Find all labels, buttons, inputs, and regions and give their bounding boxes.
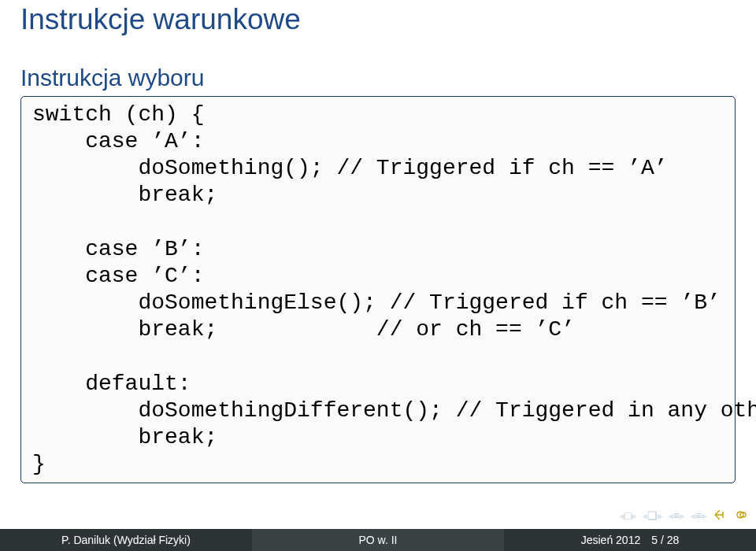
- nav-section-icon: □: [624, 509, 631, 522]
- nav-prev-section-icon[interactable]: ◂: [619, 509, 624, 522]
- nav-back-icon[interactable]: [712, 507, 728, 525]
- nav-bar1-icon: ≡: [673, 509, 680, 522]
- nav-prev-sub-icon[interactable]: ◂: [642, 509, 647, 522]
- footer-page: 5 / 28: [651, 534, 679, 546]
- nav-loop-icon[interactable]: [732, 507, 748, 525]
- footer: P. Daniluk (Wydział Fizyki) PO w. II Jes…: [0, 529, 756, 551]
- nav-bar2-icon: ≡: [695, 509, 702, 522]
- nav-slide[interactable]: ◂ ≡ ▸: [690, 509, 707, 522]
- nav-controls: ◂ □ ▸ ◂ ❏ ▸ ◂ ≡ ▸ ◂ ≡ ▸: [619, 503, 748, 528]
- nav-prev-slide-icon[interactable]: ◂: [690, 509, 695, 522]
- nav-next-slide-icon[interactable]: ▸: [702, 509, 707, 522]
- code-content: switch (ch) { case ’A’: doSomething(); /…: [32, 102, 724, 478]
- footer-author: P. Daniluk (Wydział Fizyki): [0, 529, 252, 551]
- code-block: switch (ch) { case ’A’: doSomething(); /…: [20, 96, 736, 483]
- footer-term: Jesień 2012: [581, 534, 641, 546]
- slide-title: Instrukcje warunkowe: [0, 0, 756, 36]
- footer-right: Jesień 2012 5 / 28: [504, 529, 756, 551]
- nav-next-frame-icon[interactable]: ▸: [680, 509, 685, 522]
- nav-pages-icon: ❏: [647, 509, 658, 522]
- nav-subsection[interactable]: ◂ ❏ ▸: [642, 509, 663, 522]
- slide-subtitle: Instrukcja wyboru: [0, 36, 756, 96]
- nav-next-section-icon[interactable]: ▸: [632, 509, 637, 522]
- nav-next-sub-icon[interactable]: ▸: [658, 509, 663, 522]
- nav-frame[interactable]: ◂ ≡ ▸: [668, 509, 685, 522]
- nav-section[interactable]: ◂ □ ▸: [619, 509, 636, 522]
- nav-prev-frame-icon[interactable]: ◂: [668, 509, 673, 522]
- footer-center: PO w. II: [252, 529, 504, 551]
- slide: Instrukcje warunkowe Instrukcja wyboru s…: [0, 0, 756, 551]
